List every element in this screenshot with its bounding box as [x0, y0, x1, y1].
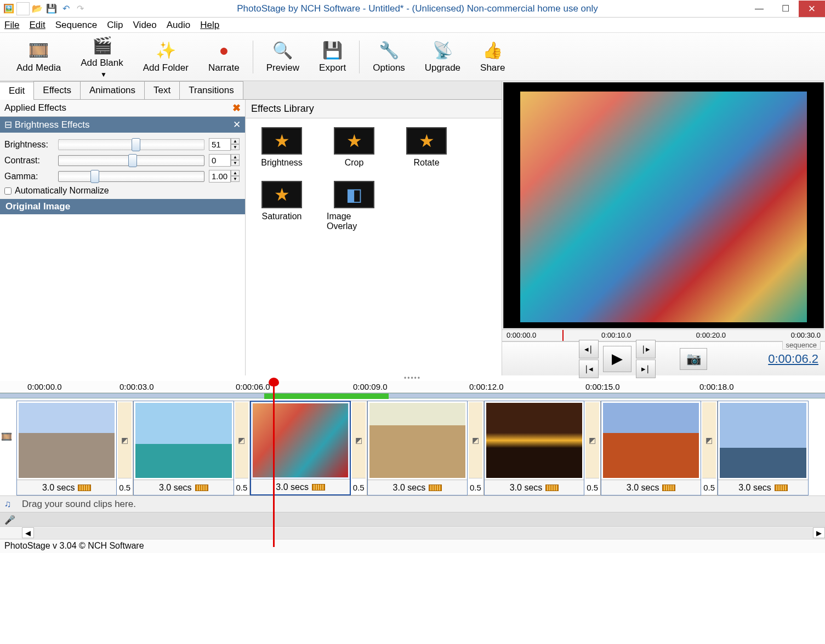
effect-image-overlay[interactable]: ◧Image Overlay	[327, 181, 382, 231]
tab-transitions[interactable]: Transitions	[179, 81, 243, 99]
app-icon: 🖼️	[2, 2, 15, 15]
play-button[interactable]: ▶	[603, 346, 631, 372]
transition-4[interactable]: ◩0.5	[468, 401, 484, 495]
new-icon[interactable]: ▫	[16, 2, 30, 15]
transition-2[interactable]: ◩0.5	[234, 401, 251, 495]
effect-brightness-header[interactable]: ⊟ Brightness Effects ✕	[0, 117, 245, 133]
menu-sequence[interactable]: Sequence	[55, 20, 98, 31]
add-media-button[interactable]: 🎞️Add Media	[7, 38, 71, 76]
collapse-icon[interactable]: ⊟	[4, 119, 12, 130]
goto-end-button[interactable]: ▸∣	[636, 360, 656, 378]
clip-3-selected[interactable]: 3.0 secs	[250, 401, 351, 495]
contrast-slider[interactable]	[58, 155, 204, 166]
effect-range-indicator	[264, 394, 389, 399]
menu-clip[interactable]: Clip	[107, 20, 123, 31]
effect-rotate[interactable]: ★Rotate	[399, 127, 454, 168]
undo-icon[interactable]: ↶	[59, 2, 72, 15]
transition-3[interactable]: ◩0.5	[351, 401, 367, 495]
upgrade-button[interactable]: 📡Upgrade	[415, 38, 470, 76]
timeline-tick: 0:00:12.0	[469, 382, 504, 391]
tab-edit[interactable]: Edit	[0, 82, 34, 100]
preview-timecode[interactable]: 0:00:06.2	[768, 352, 818, 366]
menu-file[interactable]: File	[4, 20, 19, 31]
menu-edit[interactable]: Edit	[29, 20, 45, 31]
save-icon[interactable]: 💾	[45, 2, 58, 15]
timeline-band	[0, 393, 825, 398]
clip-track[interactable]: 🎞️ 3.0 secs ◩0.5 3.0 secs ◩0.5 3.0 secs …	[0, 398, 825, 496]
close-button[interactable]: ×	[799, 1, 825, 17]
music-note-icon: ♫	[4, 499, 12, 510]
transition-5[interactable]: ◩0.5	[584, 401, 601, 495]
minimize-button[interactable]: —	[746, 1, 772, 17]
audio-track-1[interactable]: ♫ Drag your sound clips here.	[0, 496, 825, 512]
next-frame-button[interactable]: ∣▸	[636, 340, 656, 358]
tab-animations[interactable]: Animations	[80, 81, 145, 99]
menu-video[interactable]: Video	[133, 20, 157, 31]
magnify-icon: 🔍	[273, 41, 293, 60]
vertical-splitter[interactable]: •••••	[0, 375, 825, 381]
star-icon: ★	[261, 127, 302, 155]
contrast-input[interactable]	[209, 154, 231, 167]
transition-icon: ◩	[702, 402, 716, 478]
options-button[interactable]: 🔧Options	[363, 38, 415, 76]
effect-saturation[interactable]: ★Saturation	[254, 181, 309, 231]
upgrade-icon: 📡	[433, 41, 452, 60]
auto-normalize-checkbox[interactable]	[4, 187, 12, 195]
left-panel: Edit Effects Animations Text Transitions…	[0, 81, 502, 375]
gamma-input[interactable]	[209, 170, 231, 183]
preview-time-ruler[interactable]: 0:00:00.0 0:00:10.0 0:00:20.0 0:00:30.0	[502, 329, 825, 341]
close-icon[interactable]: ✕	[233, 119, 241, 130]
film-icon	[78, 485, 91, 491]
add-folder-button[interactable]: ✨Add Folder	[133, 38, 198, 76]
clip-2[interactable]: 3.0 secs	[133, 401, 234, 495]
timeline-ruler[interactable]: 0:00:00.00:00:03.00:00:06.00:00:09.00:00…	[0, 381, 825, 393]
gamma-label: Gamma:	[4, 172, 54, 181]
applied-effects-title: Applied Effects	[4, 102, 66, 113]
clip-1[interactable]: 3.0 secs	[16, 401, 117, 495]
clip-6[interactable]: 3.0 secs	[601, 401, 701, 495]
scroll-right-button[interactable]: ▶	[813, 527, 825, 538]
narrate-button[interactable]: ●Narrate	[198, 38, 249, 76]
snapshot-button[interactable]: 📷	[680, 348, 707, 370]
clip-4[interactable]: 3.0 secs	[367, 401, 468, 495]
brightness-slider[interactable]	[58, 139, 204, 150]
export-button[interactable]: 💾Export	[309, 38, 356, 76]
menu-help[interactable]: Help	[200, 20, 219, 31]
goto-start-button[interactable]: ∣◂	[579, 360, 599, 378]
brightness-input[interactable]	[209, 138, 231, 151]
auto-normalize-row: Automatically Normalize	[4, 186, 241, 196]
tab-text[interactable]: Text	[144, 81, 180, 99]
add-blank-button[interactable]: 🎬Add Blank▼	[71, 33, 133, 81]
delete-effect-icon[interactable]: ✖	[232, 102, 241, 114]
effect-crop[interactable]: ★Crop	[327, 127, 382, 168]
original-image-header[interactable]: Original Image	[0, 199, 245, 214]
dropdown-arrow-icon[interactable]: ▼	[100, 71, 107, 78]
timeline-scrollbar[interactable]: ◀ ▶	[0, 527, 825, 539]
prev-frame-button[interactable]: ◂∣	[579, 340, 599, 358]
preview-button[interactable]: 🔍Preview	[257, 38, 309, 76]
contrast-spinner[interactable]: ▲▼	[231, 154, 240, 167]
share-button[interactable]: 👍Share	[470, 38, 515, 76]
timeline-playhead[interactable]	[273, 379, 275, 547]
maximize-button[interactable]: ☐	[772, 1, 799, 17]
effect-brightness[interactable]: ★Brightness	[254, 127, 309, 168]
scroll-left-button[interactable]: ◀	[22, 527, 34, 538]
audio-track-2[interactable]: 🎤	[0, 512, 825, 527]
wrench-icon: 🔧	[379, 41, 399, 60]
menu-audio[interactable]: Audio	[167, 20, 190, 31]
preview-viewport[interactable]	[503, 82, 824, 328]
open-icon[interactable]: 📂	[31, 2, 44, 15]
audio-hint: Drag your sound clips here.	[22, 499, 136, 510]
transition-1[interactable]: ◩0.5	[117, 401, 133, 495]
brightness-label: Brightness:	[4, 140, 54, 150]
gamma-slider[interactable]	[58, 171, 204, 182]
clip-7[interactable]: 3.0 secs	[718, 401, 809, 495]
redo-icon[interactable]: ↷	[73, 2, 87, 15]
tab-effects[interactable]: Effects	[33, 81, 81, 99]
gamma-spinner[interactable]: ▲▼	[231, 170, 240, 183]
brightness-spinner[interactable]: ▲▼	[231, 138, 240, 151]
clip-5[interactable]: 3.0 secs	[484, 401, 584, 495]
ruler-tick: 0:00:10.0	[601, 331, 631, 341]
preview-playhead[interactable]	[562, 330, 564, 341]
transition-6[interactable]: ◩0.5	[701, 401, 718, 495]
